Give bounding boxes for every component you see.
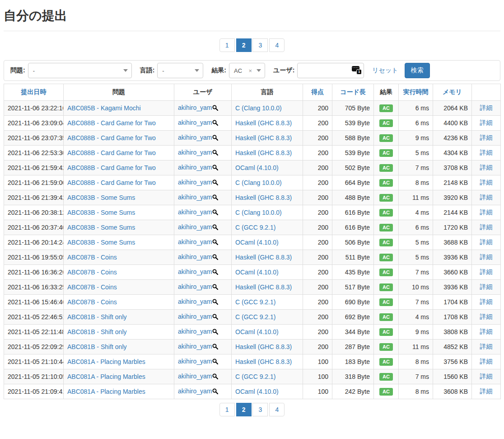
language-link[interactable]: Haskell (GHC 8.8.3): [235, 283, 292, 291]
search-icon[interactable]: [212, 105, 218, 112]
language-link[interactable]: OCaml (4.10.0): [235, 269, 279, 276]
problem-link[interactable]: ABC081A - Placing Marbles: [67, 358, 145, 365]
user-link[interactable]: akihiro_yam: [178, 268, 212, 275]
user-link[interactable]: akihiro_yam: [178, 119, 212, 126]
detail-link[interactable]: 詳細: [480, 194, 493, 201]
search-icon[interactable]: [212, 284, 218, 291]
language-select[interactable]: -: [157, 63, 203, 78]
detail-link[interactable]: 詳細: [480, 313, 493, 320]
detail-link[interactable]: 詳細: [480, 328, 493, 335]
sort-code-length-link[interactable]: コード長: [340, 88, 366, 95]
language-link[interactable]: C (GCC 9.2.1): [235, 298, 275, 306]
user-link[interactable]: akihiro_yam: [178, 104, 212, 111]
language-link[interactable]: C (Clang 10.0.0): [235, 209, 282, 216]
user-link[interactable]: akihiro_yam: [178, 134, 212, 141]
problem-link[interactable]: ABC083B - Some Sums: [67, 194, 135, 201]
problem-link[interactable]: ABC087B - Coins: [67, 283, 117, 291]
search-icon[interactable]: [212, 344, 218, 351]
search-button[interactable]: 検索: [405, 63, 430, 78]
detail-link[interactable]: 詳細: [480, 149, 493, 156]
problem-link[interactable]: ABC081B - Shift only: [67, 343, 127, 350]
user-link[interactable]: akihiro_yam: [178, 328, 212, 335]
user-link[interactable]: akihiro_yam: [178, 149, 212, 156]
page-3-link[interactable]: 3: [252, 403, 268, 416]
search-icon[interactable]: [212, 388, 218, 396]
user-link[interactable]: akihiro_yam: [178, 387, 212, 395]
search-icon[interactable]: [212, 329, 218, 336]
problem-link[interactable]: ABC083B - Some Sums: [67, 209, 135, 216]
detail-link[interactable]: 詳細: [480, 179, 493, 186]
user-link[interactable]: akihiro_yam: [178, 179, 212, 186]
sort-datetime-link[interactable]: 提出日時: [21, 88, 47, 95]
user-link[interactable]: akihiro_yam: [178, 208, 212, 216]
language-link[interactable]: OCaml (4.10.0): [235, 164, 279, 171]
search-icon[interactable]: [212, 135, 218, 142]
problem-link[interactable]: ABC081B - Shift only: [67, 313, 127, 321]
search-icon[interactable]: [212, 224, 218, 231]
language-link[interactable]: OCaml (4.10.0): [235, 328, 279, 335]
search-icon[interactable]: [212, 373, 218, 381]
language-link[interactable]: OCaml (4.10.0): [235, 388, 279, 395]
language-link[interactable]: C (GCC 9.2.1): [235, 373, 275, 380]
page-2-link-current[interactable]: 2: [236, 38, 252, 52]
search-icon[interactable]: [212, 254, 218, 261]
page-3-link[interactable]: 3: [252, 38, 268, 52]
detail-link[interactable]: 詳細: [480, 283, 493, 290]
problem-link[interactable]: ABC088B - Card Game for Two: [67, 134, 156, 142]
language-link[interactable]: C (Clang 10.0.0): [235, 179, 282, 186]
language-link[interactable]: Haskell (GHC 8.8.3): [235, 343, 292, 350]
page-2-link-current[interactable]: 2: [236, 403, 252, 416]
detail-link[interactable]: 詳細: [480, 164, 493, 171]
language-link[interactable]: C (GCC 9.2.1): [235, 224, 275, 231]
search-icon[interactable]: [212, 314, 218, 321]
problem-link[interactable]: ABC087B - Coins: [67, 269, 117, 276]
detail-link[interactable]: 詳細: [480, 387, 493, 395]
detail-link[interactable]: 詳細: [480, 223, 493, 231]
password-manager-icon[interactable]: ···· 1: [352, 66, 362, 75]
page-1-link[interactable]: 1: [219, 38, 235, 52]
language-link[interactable]: C (GCC 9.2.1): [235, 313, 275, 321]
page-4-link[interactable]: 4: [269, 38, 285, 52]
user-link[interactable]: akihiro_yam: [178, 194, 212, 201]
search-icon[interactable]: [212, 239, 218, 246]
problem-link[interactable]: ABC083B - Some Sums: [67, 224, 135, 231]
user-link[interactable]: akihiro_yam: [178, 373, 212, 380]
problem-link[interactable]: ABC087B - Coins: [67, 254, 117, 261]
user-link[interactable]: akihiro_yam: [178, 253, 212, 260]
search-icon[interactable]: [212, 179, 218, 187]
detail-link[interactable]: 詳細: [480, 238, 493, 245]
search-icon[interactable]: [212, 269, 218, 276]
sort-exec-time-link[interactable]: 実行時間: [403, 88, 429, 95]
language-link[interactable]: Haskell (GHC 8.8.3): [235, 134, 292, 142]
user-link[interactable]: akihiro_yam: [178, 283, 212, 290]
search-icon[interactable]: [212, 165, 218, 172]
reset-link[interactable]: リセット: [372, 66, 398, 75]
search-icon[interactable]: [212, 299, 218, 306]
problem-link[interactable]: ABC081A - Placing Marbles: [67, 388, 145, 395]
user-link[interactable]: akihiro_yam: [178, 238, 212, 245]
problem-link[interactable]: ABC085B - Kagami Mochi: [67, 104, 141, 112]
user-link[interactable]: akihiro_yam: [178, 313, 212, 320]
problem-link[interactable]: ABC081A - Placing Marbles: [67, 373, 145, 380]
detail-link[interactable]: 詳細: [480, 119, 493, 126]
language-link[interactable]: Haskell (GHC 8.8.3): [235, 149, 292, 156]
language-link[interactable]: Haskell (GHC 8.8.3): [235, 119, 292, 127]
page-1-link[interactable]: 1: [219, 403, 235, 416]
user-link[interactable]: akihiro_yam: [178, 298, 212, 305]
problem-link[interactable]: ABC087B - Coins: [67, 298, 117, 306]
search-icon[interactable]: [212, 209, 218, 217]
user-link[interactable]: akihiro_yam: [178, 164, 212, 171]
language-link[interactable]: C (Clang 10.0.0): [235, 104, 282, 112]
problem-link[interactable]: ABC081B - Shift only: [67, 328, 127, 335]
sort-memory-link[interactable]: メモリ: [443, 88, 462, 95]
detail-link[interactable]: 詳細: [480, 268, 493, 275]
detail-link[interactable]: 詳細: [480, 253, 493, 260]
detail-link[interactable]: 詳細: [480, 358, 493, 365]
search-icon[interactable]: [212, 150, 218, 157]
problem-select[interactable]: -: [28, 63, 132, 78]
remove-tag-icon[interactable]: ×: [248, 68, 252, 74]
language-link[interactable]: Haskell (GHC 8.8.3): [235, 254, 292, 261]
problem-link[interactable]: ABC088B - Card Game for Two: [67, 149, 156, 156]
detail-link[interactable]: 詳細: [480, 104, 493, 111]
detail-link[interactable]: 詳細: [480, 343, 493, 350]
